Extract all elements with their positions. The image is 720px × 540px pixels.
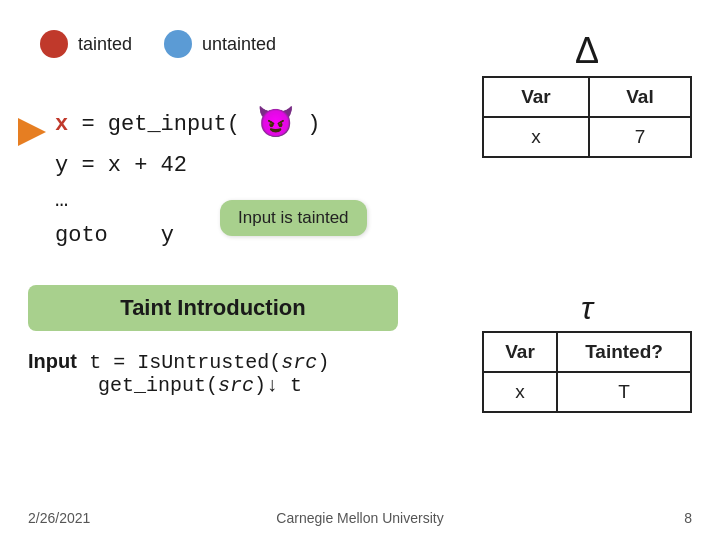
taint-intro-label: Taint Introduction bbox=[120, 295, 305, 320]
untainted-label: untainted bbox=[202, 34, 276, 55]
delta-row-var: x bbox=[483, 117, 589, 157]
code-line1-end: ) bbox=[307, 112, 320, 137]
delta-row-val: 7 bbox=[589, 117, 691, 157]
code-ellipsis: … bbox=[55, 188, 68, 213]
delta-col-var: Var bbox=[483, 77, 589, 117]
delta-panel: Δ Var Val x7 bbox=[482, 30, 692, 158]
right-arrow-icon bbox=[18, 118, 46, 146]
tooltip-bubble: Input is tainted bbox=[220, 200, 367, 236]
legend: tainted untainted bbox=[40, 30, 276, 58]
tau-col-tainted: Tainted? bbox=[557, 332, 691, 372]
code-goto: goto bbox=[55, 223, 108, 248]
tau-row-var: x bbox=[483, 372, 557, 412]
input-label: Input bbox=[28, 350, 77, 373]
code-x-highlight: x bbox=[55, 112, 68, 137]
input-formula-row2: get_input(src)↓ t bbox=[98, 374, 329, 397]
tainted-label: tainted bbox=[78, 34, 132, 55]
tau-row-tainted: T bbox=[557, 372, 691, 412]
taint-intro-banner: Taint Introduction bbox=[28, 285, 398, 331]
delta-table: Var Val x7 bbox=[482, 76, 692, 158]
code-line1-text: = get_input( bbox=[81, 112, 239, 137]
devil-icon: 😈 bbox=[257, 100, 294, 148]
tau-table: Var Tainted? xT bbox=[482, 331, 692, 413]
input-formula-line1: t = IsUntrusted(src) bbox=[89, 351, 329, 374]
tau-panel: τ Var Tainted? xT bbox=[482, 290, 692, 413]
footer-date: 2/26/2021 bbox=[28, 510, 90, 526]
untainted-legend-item: untainted bbox=[164, 30, 276, 58]
tau-col-var: Var bbox=[483, 332, 557, 372]
code-goto-var: y bbox=[161, 223, 174, 248]
untainted-circle bbox=[164, 30, 192, 58]
tau-symbol: τ bbox=[482, 290, 692, 327]
delta-table-header: Var Val bbox=[483, 77, 691, 117]
input-section: Input t = IsUntrusted(src) get_input(src… bbox=[28, 350, 329, 397]
code-line-2: y = x + 42 bbox=[55, 148, 320, 183]
delta-table-row: x7 bbox=[483, 117, 691, 157]
footer-institution: Carnegie Mellon University bbox=[276, 510, 443, 526]
delta-col-val: Val bbox=[589, 77, 691, 117]
delta-symbol: Δ bbox=[482, 30, 692, 72]
input-formula-line2: get_input(src)↓ t bbox=[98, 374, 302, 397]
code-line2-text: y = x + 42 bbox=[55, 153, 187, 178]
tau-table-header: Var Tainted? bbox=[483, 332, 691, 372]
arrow-indicator bbox=[18, 118, 46, 146]
footer-page: 8 bbox=[684, 510, 692, 526]
tainted-legend-item: tainted bbox=[40, 30, 132, 58]
tau-table-row: xT bbox=[483, 372, 691, 412]
tainted-circle bbox=[40, 30, 68, 58]
input-formula-row1: Input t = IsUntrusted(src) bbox=[28, 350, 329, 374]
tooltip-text: Input is tainted bbox=[238, 208, 349, 227]
code-line-1: x = get_input( 😈 ) bbox=[55, 100, 320, 148]
